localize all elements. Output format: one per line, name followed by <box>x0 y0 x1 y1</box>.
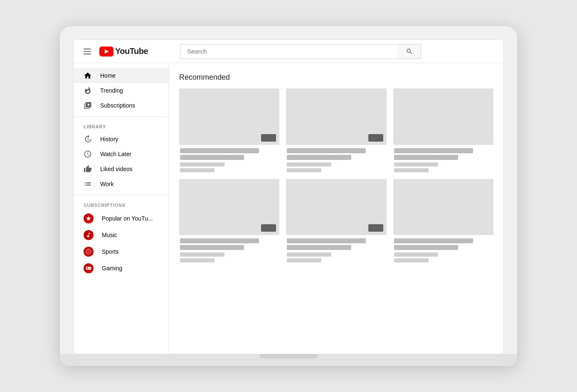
laptop-screen: YouTube <box>73 39 504 354</box>
subscriptions-title: SUBSCRIPTIONS <box>74 198 169 210</box>
library-history-label: History <box>100 136 118 142</box>
sidebar-item-gaming[interactable]: Gaming <box>74 260 169 277</box>
sidebar-item-work[interactable]: Work <box>74 176 169 191</box>
video-thumbnail-4 <box>179 179 279 235</box>
video-title-bar-8 <box>180 245 244 250</box>
video-title-bar-1 <box>180 148 259 153</box>
recommended-title: Recommended <box>179 73 493 82</box>
nav-trending-label: Trending <box>100 87 123 94</box>
library-section: LIBRARY History Watch Later <box>74 120 169 191</box>
video-channel-1 <box>180 162 224 167</box>
sports-avatar <box>84 247 94 257</box>
playlist-icon <box>84 180 92 188</box>
video-meta-6 <box>394 258 429 262</box>
video-card-2[interactable] <box>286 88 386 172</box>
library-watch-later-label: Watch Later <box>100 151 131 157</box>
sidebar-item-history[interactable]: History <box>74 132 169 147</box>
sidebar-divider-2 <box>74 195 169 195</box>
library-title: LIBRARY <box>74 120 169 132</box>
laptop-base <box>60 354 517 366</box>
video-channel-3 <box>394 162 439 167</box>
video-duration-4 <box>261 224 276 232</box>
subscription-gaming-label: Gaming <box>102 265 122 272</box>
video-info-4 <box>179 238 279 262</box>
subscription-sports-label: Sports <box>102 248 118 255</box>
video-thumbnail-1 <box>179 88 279 145</box>
gaming-avatar <box>84 263 94 273</box>
sidebar: Home Trending Subscriptions <box>74 63 169 354</box>
sidebar-item-popular[interactable]: Popular on YouTu... <box>74 210 169 227</box>
logo[interactable]: YouTube <box>99 47 148 56</box>
search-input[interactable] <box>180 44 398 59</box>
youtube-logo-icon <box>99 47 113 56</box>
video-meta-1 <box>180 168 215 172</box>
video-info-3 <box>393 148 493 172</box>
library-work-label: Work <box>100 181 113 187</box>
subscription-music-label: Music <box>102 232 117 238</box>
video-title-bar-7 <box>180 238 259 243</box>
sidebar-divider-1 <box>74 116 169 117</box>
video-title-bar-4 <box>287 155 351 160</box>
video-card-6[interactable] <box>393 179 493 263</box>
subscriptions-icon <box>84 101 92 110</box>
video-channel-4 <box>180 252 224 257</box>
video-title-bar-9 <box>287 238 366 243</box>
search-button[interactable] <box>398 44 421 59</box>
video-title-bar-11 <box>394 238 473 243</box>
watch-later-icon <box>84 150 92 158</box>
subscription-popular-label: Popular on YouTu... <box>102 215 153 222</box>
nav-section: Home Trending Subscriptions <box>74 68 169 113</box>
video-channel-2 <box>287 162 331 167</box>
video-card-4[interactable] <box>179 179 279 263</box>
video-title-bar-2 <box>180 155 244 160</box>
trending-icon <box>84 86 92 95</box>
video-info-5 <box>286 238 386 262</box>
subscriptions-section: SUBSCRIPTIONS Popular on YouTu... Music <box>74 198 169 277</box>
video-title-bar-3 <box>287 148 366 153</box>
video-card-1[interactable] <box>179 88 279 172</box>
laptop-frame: YouTube <box>60 26 517 366</box>
video-duration-2 <box>368 134 383 142</box>
video-title-bar-10 <box>287 245 351 250</box>
video-grid-row-1 <box>179 88 493 172</box>
video-title-bar-5 <box>394 148 473 153</box>
video-thumbnail-6 <box>393 179 493 235</box>
video-info-1 <box>179 148 279 172</box>
nav-home-label: Home <box>100 72 116 79</box>
sidebar-item-watch-later[interactable]: Watch Later <box>74 147 169 162</box>
video-info-6 <box>393 238 493 262</box>
video-meta-3 <box>394 168 429 172</box>
nav-subscriptions-label: Subscriptions <box>100 102 135 109</box>
video-thumbnail-3 <box>393 88 493 145</box>
video-duration-5 <box>368 224 383 232</box>
menu-button[interactable] <box>82 47 93 56</box>
video-duration-1 <box>261 134 276 142</box>
main-content: Recommended <box>169 63 503 354</box>
library-liked-label: Liked videos <box>100 166 133 172</box>
sidebar-item-sports[interactable]: Sports <box>74 243 169 260</box>
video-card-5[interactable] <box>286 179 386 263</box>
video-meta-4 <box>180 258 215 262</box>
sidebar-item-music[interactable]: Music <box>74 227 169 243</box>
video-grid-row-2 <box>179 179 493 263</box>
history-icon <box>84 135 92 143</box>
video-title-bar-6 <box>394 155 458 160</box>
video-title-bar-12 <box>394 245 458 250</box>
video-info-2 <box>286 148 386 172</box>
header-left: YouTube <box>82 47 173 56</box>
home-icon <box>84 71 92 80</box>
music-avatar <box>84 230 94 240</box>
video-thumbnail-5 <box>286 179 386 235</box>
sidebar-item-trending[interactable]: Trending <box>74 83 169 98</box>
search-bar <box>180 44 421 59</box>
search-icon <box>406 48 413 55</box>
video-meta-5 <box>287 258 321 262</box>
video-card-3[interactable] <box>393 88 493 172</box>
video-meta-2 <box>287 168 321 172</box>
sidebar-item-subscriptions[interactable]: Subscriptions <box>74 98 169 113</box>
logo-text: YouTube <box>115 47 148 56</box>
sidebar-item-liked-videos[interactable]: Liked videos <box>74 162 169 176</box>
sidebar-item-home[interactable]: Home <box>74 68 169 83</box>
header: YouTube <box>74 40 503 63</box>
video-channel-6 <box>394 252 439 257</box>
